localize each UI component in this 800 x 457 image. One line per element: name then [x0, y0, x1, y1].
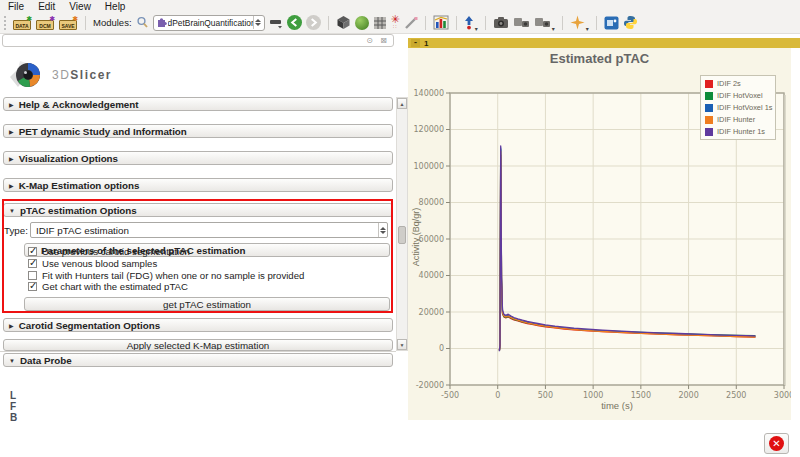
checkbox-icon[interactable]	[28, 271, 37, 280]
legend-item: IDIF HotVoxel 1s	[705, 103, 771, 112]
collapse-arrow-icon	[9, 99, 14, 110]
legend-item: IDIF HotVoxel	[705, 91, 771, 100]
slicer-logo-icon	[8, 55, 48, 95]
menu-edit[interactable]: Edit	[38, 1, 55, 12]
module-puzzle-icon	[157, 17, 168, 28]
toolbar-separator	[85, 16, 86, 30]
svg-text:500: 500	[538, 391, 553, 400]
collapse-arrow-icon	[9, 153, 14, 164]
ruler-icon[interactable]	[404, 14, 418, 32]
module-history-icon[interactable]	[269, 14, 283, 32]
ptac-type-combobox[interactable]: IDIF pTAC estimation	[30, 222, 388, 238]
scene-view-icon[interactable]	[513, 14, 530, 32]
section-data-probe[interactable]: Data Probe	[3, 353, 393, 367]
collapse-arrow-icon	[9, 355, 15, 366]
load-dicom-icon[interactable]: DCM ✱	[36, 16, 55, 30]
checkbox-fit-hunters-tail[interactable]: Fit with Hunters tail (FDG) when one or …	[28, 270, 304, 281]
section-help-acknowledgement[interactable]: Help & Acknowledgement	[3, 97, 393, 111]
type-label: Type:	[4, 225, 28, 236]
panel-undock-icon[interactable]: ⊙	[364, 36, 375, 46]
checkbox-icon[interactable]	[28, 247, 37, 256]
error-notification-button[interactable]: ✕	[764, 433, 789, 454]
chart-view: Estimated pTAC Activity (Bq/gr) time (s)…	[408, 48, 791, 420]
modules-label: Modules:	[93, 17, 132, 28]
svg-text:40000: 40000	[419, 271, 444, 280]
legend-swatch	[705, 80, 713, 88]
extensions-manager-icon[interactable]	[604, 14, 619, 32]
data-probe-layer-labels: L F B	[10, 390, 17, 423]
checkbox-use-previous-carotid[interactable]: Use previous carotid segmentation	[28, 246, 190, 257]
panel-divider	[0, 351, 396, 352]
panel-close-icon[interactable]: ⊠	[378, 36, 389, 46]
module-back-icon[interactable]	[287, 15, 302, 30]
module-selector[interactable]: dPetBrainQuantification	[153, 15, 265, 31]
collapse-arrow-icon	[9, 320, 14, 331]
module-search-icon[interactable]	[136, 14, 149, 32]
section-visualization-options[interactable]: Visualization Options	[3, 151, 393, 165]
toolbar-separator	[562, 16, 563, 30]
scroll-down-icon[interactable]: ▼	[397, 339, 407, 350]
menu-view[interactable]: View	[69, 1, 91, 12]
toolbar-separator	[328, 16, 329, 30]
legend-swatch	[705, 116, 713, 124]
scroll-up-icon[interactable]: ▲	[397, 98, 407, 109]
markups-icon[interactable]: ✳::	[391, 14, 400, 32]
ptac-type-value: IDIF pTAC estimation	[36, 225, 129, 236]
svg-text:-500: -500	[441, 391, 459, 400]
svg-text:1000: 1000	[583, 391, 603, 400]
view-collapse-button[interactable]: -	[411, 39, 420, 47]
get-ptac-estimation-button[interactable]: get pTAC estimation	[24, 297, 390, 311]
section-ptac-estimation[interactable]: pTAC estimation Options	[3, 203, 393, 217]
section-pet-dynamic-study[interactable]: PET dynamic Study and Information	[3, 124, 393, 138]
layer-label-l: L	[10, 390, 17, 401]
svg-text:1500: 1500	[631, 391, 651, 400]
screenshot-icon[interactable]	[493, 14, 509, 32]
svg-text:100000: 100000	[413, 162, 444, 171]
apply-kmap-estimation-button[interactable]: Apply selected K-Map estimation	[3, 339, 393, 351]
charts-icon[interactable]	[433, 14, 449, 32]
layout-grid-icon[interactable]	[373, 14, 387, 32]
module-panel-titlebar: ⊙ ⊠	[2, 34, 394, 47]
toolbar-separator	[425, 16, 426, 30]
show-3d-cube-icon[interactable]	[336, 14, 351, 32]
ptac-type-spinner[interactable]	[378, 223, 387, 237]
svg-text:-20000: -20000	[416, 381, 444, 390]
volume-rendering-icon[interactable]	[355, 14, 369, 32]
slicer-logo-text: 3DSlicer	[52, 68, 112, 82]
layer-label-f: F	[10, 401, 17, 412]
load-data-icon[interactable]: DATA ✱	[13, 16, 32, 30]
svg-text:2500: 2500	[726, 391, 746, 400]
scrollbar-thumb[interactable]	[398, 226, 406, 244]
menu-bar: File Edit View Help	[0, 0, 800, 12]
toolbar-drag-handle[interactable]	[4, 16, 7, 30]
toolbar-separator	[456, 16, 457, 30]
menu-help[interactable]: Help	[105, 1, 126, 12]
checkbox-use-venous-blood[interactable]: Use venous blood samples	[28, 258, 157, 269]
layer-label-b: B	[10, 412, 17, 423]
svg-text:0: 0	[495, 391, 500, 400]
module-selector-value: dPetBrainQuantification	[168, 18, 253, 28]
section-carotid-segmentation[interactable]: Carotid Segmentation Options	[3, 318, 393, 332]
checkbox-icon[interactable]	[28, 259, 37, 268]
chart-view-bar[interactable]: - 1	[408, 38, 800, 48]
place-fiducial-icon[interactable]: ▾	[464, 14, 478, 32]
module-forward-icon[interactable]	[306, 15, 321, 30]
crosshair-icon[interactable]: ▾	[570, 14, 589, 32]
panel-scrollbar[interactable]: ▲ ▼	[396, 97, 408, 351]
save-icon[interactable]: SAVE ✱	[59, 16, 78, 30]
svg-text:140000: 140000	[413, 89, 444, 98]
legend-item: IDIF Hunter	[705, 115, 771, 124]
module-selector-spinner[interactable]	[253, 16, 262, 29]
svg-text:120000: 120000	[413, 125, 444, 134]
section-kmap-estimation[interactable]: K-Map Estimation options	[3, 178, 393, 192]
svg-text:60000: 60000	[419, 235, 444, 244]
svg-text:20000: 20000	[419, 308, 444, 317]
toolbar-separator	[596, 16, 597, 30]
checkbox-icon[interactable]	[28, 282, 37, 291]
checkbox-get-chart[interactable]: Get chart with the estimated pTAC	[28, 281, 188, 292]
view-tab-label: 1	[424, 39, 428, 48]
svg-text:2000: 2000	[678, 391, 698, 400]
menu-file[interactable]: File	[8, 1, 24, 12]
restore-scene-view-icon[interactable]: ▾	[534, 14, 555, 32]
python-console-icon[interactable]	[623, 14, 638, 32]
